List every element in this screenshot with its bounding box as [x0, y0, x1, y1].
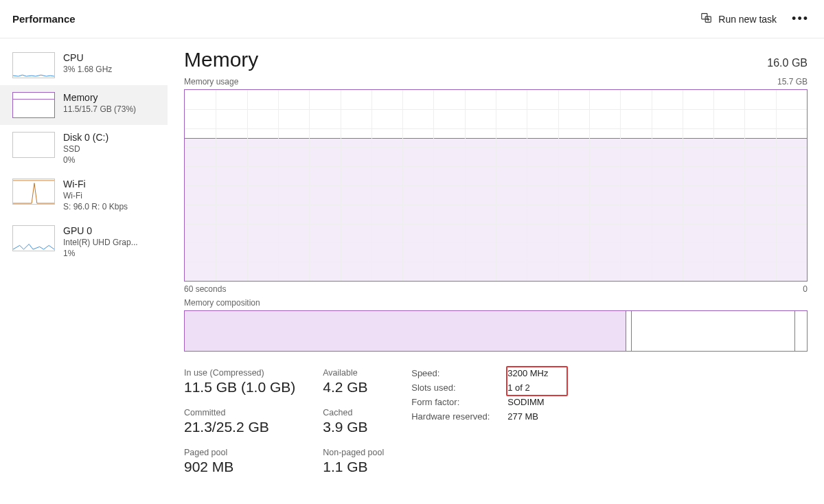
- composition-reserved: [794, 311, 807, 351]
- cpu-sparkline: [12, 52, 55, 78]
- topbar-actions: Run new task •••: [700, 12, 812, 26]
- sidebar-item-sub2: S: 96.0 R: 0 Kbps: [63, 202, 128, 211]
- sidebar-item-wifi[interactable]: Wi-Fi Wi-Fi S: 96.0 R: 0 Kbps: [0, 172, 168, 218]
- hw-reserved-value: 277 MB: [507, 411, 548, 422]
- sidebar-item-sub2: 1%: [63, 249, 138, 258]
- composition-in-use: [185, 311, 626, 351]
- sidebar-item-label: Disk 0 (C:): [63, 132, 108, 143]
- memory-stats: In use (Compressed) 11.5 GB (1.0 GB) Com…: [184, 368, 808, 475]
- usage-chart-label: Memory usage: [184, 77, 238, 87]
- run-task-icon: [700, 12, 713, 26]
- disk-sparkline: [12, 132, 55, 158]
- memory-composition-bar: [184, 310, 808, 352]
- run-new-task-label: Run new task: [718, 14, 777, 25]
- form-factor-label: Form factor:: [411, 397, 507, 407]
- sidebar-item-gpu0[interactable]: GPU 0 Intel(R) UHD Grap... 1%: [0, 218, 168, 265]
- in-use-value: 11.5 GB (1.0 GB): [184, 379, 295, 396]
- sidebar-item-sub: Wi-Fi: [63, 191, 128, 201]
- main-panel: Memory 16.0 GB Memory usage 15.7 GB 60 s…: [168, 38, 824, 504]
- nonpaged-label: Non-paged pool: [323, 448, 384, 457]
- available-value: 4.2 GB: [323, 379, 384, 396]
- usage-chart-max: 15.7 GB: [777, 77, 808, 87]
- topbar: Performance Run new task •••: [0, 0, 824, 38]
- paged-label: Paged pool: [184, 448, 295, 457]
- wifi-sparkline: [12, 179, 55, 205]
- composition-free: [632, 311, 794, 351]
- x-axis-right: 0: [803, 284, 808, 294]
- x-axis-left: 60 seconds: [184, 284, 226, 294]
- main-title: Memory: [184, 48, 258, 71]
- sidebar-item-sub: Intel(R) UHD Grap...: [63, 238, 138, 247]
- speed-value: 3200 MHz: [507, 368, 548, 378]
- cached-value: 3.9 GB: [323, 419, 384, 435]
- cached-label: Cached: [323, 408, 384, 417]
- sidebar-item-sub: SSD: [63, 144, 108, 154]
- gpu-sparkline: [12, 225, 55, 251]
- composition-label: Memory composition: [184, 298, 808, 308]
- sidebar-item-sub: 3% 1.68 GHz: [63, 65, 112, 74]
- memory-sparkline: [12, 92, 55, 118]
- hw-reserved-label: Hardware reserved:: [411, 411, 507, 422]
- slots-label: Slots used:: [411, 382, 507, 393]
- speed-label: Speed:: [411, 368, 507, 378]
- form-factor-value: SODIMM: [507, 397, 548, 407]
- sidebar: CPU 3% 1.68 GHz Memory 11.5/15.7 GB (73%…: [0, 38, 168, 504]
- composition-modified: [626, 311, 632, 351]
- sidebar-item-memory[interactable]: Memory 11.5/15.7 GB (73%): [0, 85, 168, 125]
- sidebar-item-label: CPU: [63, 52, 112, 63]
- committed-value: 21.3/25.2 GB: [184, 419, 295, 435]
- in-use-label: In use (Compressed): [184, 368, 295, 378]
- sidebar-item-sub2: 0%: [63, 155, 108, 165]
- memory-properties: Speed: 3200 MHz Slots used: 1 of 2 Form …: [411, 368, 548, 475]
- sidebar-item-sub: 11.5/15.7 GB (73%): [63, 104, 136, 114]
- sidebar-item-label: Wi-Fi: [63, 179, 128, 190]
- memory-usage-chart: [184, 89, 808, 282]
- more-menu-button[interactable]: •••: [789, 12, 812, 26]
- nonpaged-value: 1.1 GB: [323, 459, 384, 475]
- memory-total: 16.0 GB: [767, 57, 808, 69]
- sidebar-item-label: GPU 0: [63, 225, 138, 236]
- slots-value: 1 of 2: [507, 382, 548, 393]
- sidebar-item-disk0[interactable]: Disk 0 (C:) SSD 0%: [0, 125, 168, 172]
- paged-value: 902 MB: [184, 459, 295, 475]
- available-label: Available: [323, 368, 384, 378]
- sidebar-item-label: Memory: [63, 92, 136, 103]
- page-title: Performance: [12, 13, 76, 25]
- run-new-task-button[interactable]: Run new task: [700, 12, 777, 26]
- committed-label: Committed: [184, 408, 295, 417]
- sidebar-item-cpu[interactable]: CPU 3% 1.68 GHz: [0, 45, 168, 85]
